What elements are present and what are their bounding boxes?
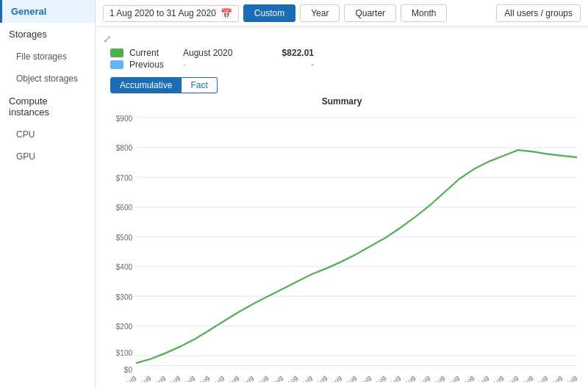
current-label: Current bbox=[129, 48, 177, 58]
svg-text:$800: $800 bbox=[116, 143, 132, 153]
sidebar-item-compute-instances[interactable]: Compute instances bbox=[0, 90, 95, 123]
previous-label: Previous bbox=[129, 60, 177, 70]
line-chart: $900 $800 $700 $600 $500 $400 $300 $200 … bbox=[103, 109, 581, 382]
sidebar: General Storages File storages Object st… bbox=[0, 0, 96, 388]
header-bar: 1 Aug 2020 to 31 Aug 2020 📅 Custom Year … bbox=[96, 0, 588, 27]
tab-quarter[interactable]: Quarter bbox=[344, 4, 396, 22]
sidebar-item-object-storages[interactable]: Object storages bbox=[0, 68, 95, 90]
current-period: August 2020 bbox=[183, 48, 257, 58]
legend-row-previous: Previous - - bbox=[110, 60, 581, 70]
view-accumulative-button[interactable]: Accumulative bbox=[110, 77, 182, 93]
tab-custom[interactable]: Custom bbox=[243, 4, 295, 22]
calendar-icon: 📅 bbox=[220, 8, 232, 19]
tab-year[interactable]: Year bbox=[300, 4, 340, 22]
svg-text:$700: $700 bbox=[116, 173, 132, 182]
svg-text:$0: $0 bbox=[124, 364, 132, 374]
chart-svg-container: $900 $800 $700 $600 $500 $400 $300 $200 … bbox=[103, 109, 581, 382]
current-line bbox=[136, 150, 577, 363]
tab-month[interactable]: Month bbox=[401, 4, 447, 22]
svg-text:$100: $100 bbox=[116, 348, 132, 357]
legend-row-current: Current August 2020 $822.01 bbox=[110, 48, 581, 58]
sidebar-item-file-storages[interactable]: File storages bbox=[0, 46, 95, 68]
expand-icon[interactable]: ⤢ bbox=[103, 33, 581, 45]
date-range-text: 1 Aug 2020 to 31 Aug 2020 bbox=[110, 8, 216, 18]
main-content: 1 Aug 2020 to 31 Aug 2020 📅 Custom Year … bbox=[96, 0, 588, 388]
date-range-picker[interactable]: 1 Aug 2020 to 31 Aug 2020 📅 bbox=[103, 5, 239, 22]
svg-text:$400: $400 bbox=[116, 262, 132, 272]
current-color-swatch bbox=[110, 48, 123, 57]
previous-value: - bbox=[262, 60, 314, 70]
svg-text:01 Aug: 01 Aug bbox=[118, 373, 137, 382]
users-filter-dropdown[interactable]: All users / groups bbox=[496, 4, 581, 22]
svg-text:$200: $200 bbox=[116, 321, 132, 331]
sidebar-item-gpu[interactable]: GPU bbox=[0, 146, 95, 168]
view-toggle: Accumulative Fact bbox=[110, 77, 581, 93]
sidebar-item-cpu[interactable]: CPU bbox=[0, 123, 95, 146]
sidebar-item-storages[interactable]: Storages bbox=[0, 23, 95, 46]
previous-period: - bbox=[183, 60, 257, 70]
chart-area: ⤢ Current August 2020 $822.01 Previous -… bbox=[96, 27, 588, 388]
view-fact-button[interactable]: Fact bbox=[182, 77, 217, 93]
previous-color-swatch bbox=[110, 60, 123, 69]
legend-table: Current August 2020 $822.01 Previous - - bbox=[110, 48, 581, 71]
svg-text:$600: $600 bbox=[116, 203, 132, 212]
svg-text:$900: $900 bbox=[116, 113, 132, 123]
current-value: $822.01 bbox=[262, 48, 314, 58]
sidebar-item-general[interactable]: General bbox=[0, 0, 95, 23]
summary-title: Summary bbox=[103, 96, 581, 107]
svg-text:$500: $500 bbox=[116, 232, 132, 242]
x-axis: 01 Aug 02 Aug 03 Aug 04 Aug 05 Aug 06 Au… bbox=[118, 373, 578, 382]
svg-text:$300: $300 bbox=[116, 292, 132, 301]
y-axis: $900 $800 $700 $600 $500 $400 $300 $200 … bbox=[116, 113, 577, 373]
